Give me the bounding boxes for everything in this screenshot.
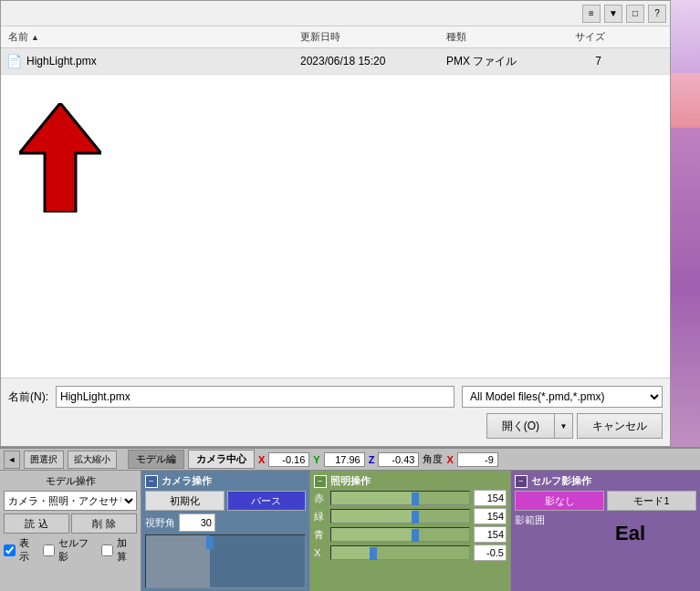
shadow-btn-row: 影なし モード1 <box>515 491 696 511</box>
mode1-button[interactable]: モード1 <box>607 491 696 511</box>
angle-x-input[interactable] <box>457 452 498 467</box>
file-name: HighLight.pmx <box>26 55 300 67</box>
blue-slider[interactable] <box>330 527 470 542</box>
green-slider-row: 緑 <box>314 508 507 524</box>
y-axis-label: Y <box>313 454 319 465</box>
self-shadow-panel: − セルフ影操作 影なし モード1 影範囲 <box>511 471 700 591</box>
self-shadow-title: セルフ影操作 <box>531 474 591 488</box>
file-size: 7 <box>556 55 601 67</box>
open-dropdown-button[interactable]: ▼ <box>555 413 573 439</box>
file-type: PMX ファイル <box>446 54 556 69</box>
range-label: 影範囲 <box>515 513 696 527</box>
svg-marker-0 <box>19 103 101 213</box>
panels-row: モデル操作 カメラ・照明・アクセサリ 読 込 削 除 表示 セルフ影 加算 − … <box>0 471 700 591</box>
camera-ops-title: カメラ操作 <box>162 474 212 488</box>
filename-row: 名前(N): All Model files(*.pmd,*.pmx) <box>8 386 663 408</box>
delete-button[interactable]: 削 除 <box>71 513 137 534</box>
x-coord-input[interactable] <box>268 452 309 467</box>
self-shadow-label: セルフ影 <box>58 536 99 564</box>
no-shadow-button[interactable]: 影なし <box>515 491 604 511</box>
red-slider-row: 赤 <box>314 490 507 506</box>
y-coord-input[interactable] <box>324 452 365 467</box>
fov-row: 視野角 <box>145 513 306 532</box>
lighting-title-bar: − 照明操作 <box>314 474 507 488</box>
x-slider-row: X <box>314 544 507 561</box>
open-button[interactable]: 開く(O) <box>486 413 555 439</box>
model-checkboxes: 表示 セルフ影 加算 <box>4 536 137 564</box>
x-axis-label: X <box>258 454 265 465</box>
column-date[interactable]: 更新日時 <box>293 28 439 46</box>
toolbar-icon-menu[interactable]: ≡ <box>582 5 601 23</box>
shadow-title-bar: − セルフ影操作 <box>515 474 696 488</box>
model-tab[interactable]: モデル編 <box>128 450 184 469</box>
lighting-panel-minimize[interactable]: − <box>314 475 327 488</box>
file-list-header: 名前 ▲ 更新日時 種類 サイズ <box>1 26 670 48</box>
camera-slider[interactable] <box>145 534 306 588</box>
column-size[interactable]: サイズ <box>549 28 612 46</box>
top-bar: ◄ 囲選択 拡大縮小 モデル編 カメラ中心 X Y Z 角度 X <box>0 449 700 471</box>
fov-label: 視野角 <box>145 516 175 530</box>
model-ops-title: モデル操作 <box>4 474 137 488</box>
filename-label: 名前(N): <box>8 389 48 405</box>
x-slider[interactable] <box>330 545 470 560</box>
z-coord-input[interactable] <box>378 452 419 467</box>
file-date: 2023/06/18 15:20 <box>300 55 446 67</box>
filename-input[interactable] <box>56 386 454 408</box>
model-dropdown[interactable]: カメラ・照明・アクセサリ <box>4 491 137 511</box>
blue-value[interactable] <box>474 526 507 543</box>
column-name[interactable]: 名前 ▲ <box>1 28 293 46</box>
red-value[interactable] <box>474 490 507 506</box>
model-ops-panel: モデル操作 カメラ・照明・アクセサリ 読 込 削 除 表示 セルフ影 加算 <box>0 471 141 591</box>
self-shadow-checkbox[interactable] <box>43 544 55 556</box>
camera-ops-panel: − カメラ操作 初期化 パース 視野角 <box>141 471 310 591</box>
x-light-value[interactable] <box>474 544 507 561</box>
green-label: 緑 <box>314 510 327 524</box>
select-button[interactable]: 囲選択 <box>24 451 64 469</box>
filetype-select[interactable]: All Model files(*.pmd,*.pmx) <box>462 386 663 408</box>
up-arrow-decoration <box>19 103 101 215</box>
camera-panel-minimize[interactable]: − <box>145 475 158 488</box>
camera-tab[interactable]: カメラ中心 <box>188 450 255 469</box>
blue-label: 青 <box>314 528 327 542</box>
dialog-buttons: 開く(O) ▼ キャンセル <box>8 413 663 439</box>
dialog-footer: 名前(N): All Model files(*.pmd,*.pmx) 開く(O… <box>1 378 670 446</box>
file-type-icon: 📄 <box>5 52 23 70</box>
left-panel-toggle[interactable]: ◄ <box>4 451 20 469</box>
blue-slider-row: 青 <box>314 526 507 543</box>
add-checkbox[interactable] <box>101 544 113 556</box>
show-checkbox[interactable] <box>4 544 16 556</box>
toolbar-icon-help[interactable]: ? <box>648 5 666 23</box>
file-dialog: ≡ ▼ □ ? 名前 ▲ 更新日時 種類 サイズ 📄 HighLight.pmx… <box>0 0 671 447</box>
toolbar-icon-dropdown[interactable]: ▼ <box>604 5 622 23</box>
camera-parse-button[interactable]: パース <box>227 491 307 511</box>
eal-text: Eal <box>615 522 645 545</box>
show-label: 表示 <box>19 536 39 564</box>
shadow-panel-minimize[interactable]: − <box>515 475 528 488</box>
lighting-x-label: X <box>314 547 327 558</box>
model-btn-row: 読 込 削 除 <box>4 513 137 534</box>
fov-input[interactable] <box>179 513 215 532</box>
table-row[interactable]: 📄 HighLight.pmx 2023/06/18 15:20 PMX ファイ… <box>1 48 670 75</box>
cancel-button[interactable]: キャンセル <box>577 413 663 439</box>
camera-btn-row: 初期化 パース <box>145 491 306 511</box>
column-type[interactable]: 種類 <box>439 28 549 46</box>
open-button-group: 開く(O) ▼ <box>486 413 573 439</box>
z-axis-label: Z <box>369 454 375 465</box>
angle-label: 角度 <box>423 452 443 466</box>
read-button[interactable]: 読 込 <box>4 513 69 534</box>
bottom-panel: ◄ 囲選択 拡大縮小 モデル編 カメラ中心 X Y Z 角度 X モデル操作 カ… <box>0 447 700 591</box>
add-label: 加算 <box>117 536 137 564</box>
red-slider[interactable] <box>330 491 470 505</box>
green-value[interactable] <box>474 508 507 524</box>
scale-button[interactable]: 拡大縮小 <box>68 451 117 469</box>
green-slider[interactable] <box>330 509 470 524</box>
toolbar-icon-view[interactable]: □ <box>626 5 644 23</box>
camera-init-button[interactable]: 初期化 <box>145 491 225 511</box>
dialog-toolbar: ≡ ▼ □ ? <box>1 1 670 26</box>
file-list-body: 📄 HighLight.pmx 2023/06/18 15:20 PMX ファイ… <box>1 48 670 378</box>
lighting-ops-title: 照明操作 <box>330 474 371 488</box>
lighting-ops-panel: − 照明操作 赤 緑 青 <box>310 471 511 591</box>
angle-x-label: X <box>446 454 453 465</box>
red-label: 赤 <box>314 492 327 505</box>
camera-title-bar: − カメラ操作 <box>145 474 306 488</box>
